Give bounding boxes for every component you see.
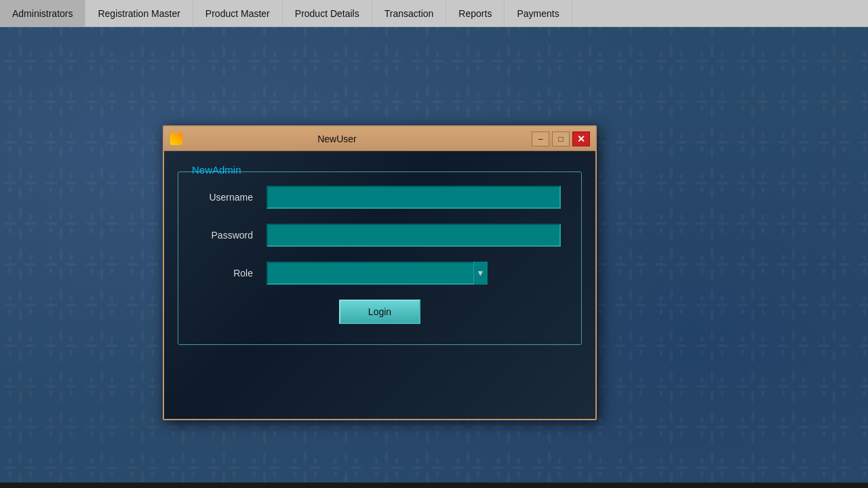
form-group-legend: NewAdmin [189, 164, 245, 176]
username-input[interactable] [267, 186, 561, 209]
menu-bar: Administrators Registration Master Produ… [0, 0, 868, 27]
taskbar [0, 483, 868, 488]
role-select-wrapper: Admin User Manager ▼ [267, 262, 561, 285]
role-label: Role [199, 268, 267, 279]
window-controls: – □ ✕ [532, 131, 590, 146]
role-select[interactable]: Admin User Manager [267, 262, 488, 285]
username-label: Username [199, 192, 267, 203]
newuser-window: NewUser – □ ✕ NewAdmin Username Password [163, 125, 597, 420]
window-title: NewUser [183, 134, 491, 144]
password-row: Password [199, 224, 561, 247]
form-group: NewAdmin Username Password Role [178, 171, 582, 345]
login-btn-row: Login [199, 300, 561, 324]
username-row: Username [199, 186, 561, 209]
menu-item-product-details[interactable]: Product Details [283, 0, 372, 26]
desktop: NewUser – □ ✕ NewAdmin Username Password [0, 27, 868, 488]
app-icon [170, 132, 183, 146]
titlebar-left [170, 132, 183, 146]
menu-item-payments[interactable]: Payments [505, 0, 572, 26]
app-icon-shape [170, 133, 182, 145]
menu-item-administrators[interactable]: Administrators [0, 0, 85, 26]
window-titlebar: NewUser – □ ✕ [164, 127, 595, 151]
minimize-button[interactable]: – [532, 131, 549, 146]
login-button[interactable]: Login [339, 300, 420, 324]
role-row: Role Admin User Manager ▼ [199, 262, 561, 285]
close-button[interactable]: ✕ [572, 131, 590, 146]
menu-item-registration-master[interactable]: Registration Master [85, 0, 193, 26]
menu-item-transaction[interactable]: Transaction [372, 0, 447, 26]
menu-item-reports[interactable]: Reports [446, 0, 505, 26]
password-label: Password [199, 230, 267, 241]
restore-button[interactable]: □ [552, 131, 570, 146]
menu-item-product-master[interactable]: Product Master [193, 0, 283, 26]
window-content: NewAdmin Username Password Role [164, 151, 595, 419]
password-input[interactable] [267, 224, 561, 247]
